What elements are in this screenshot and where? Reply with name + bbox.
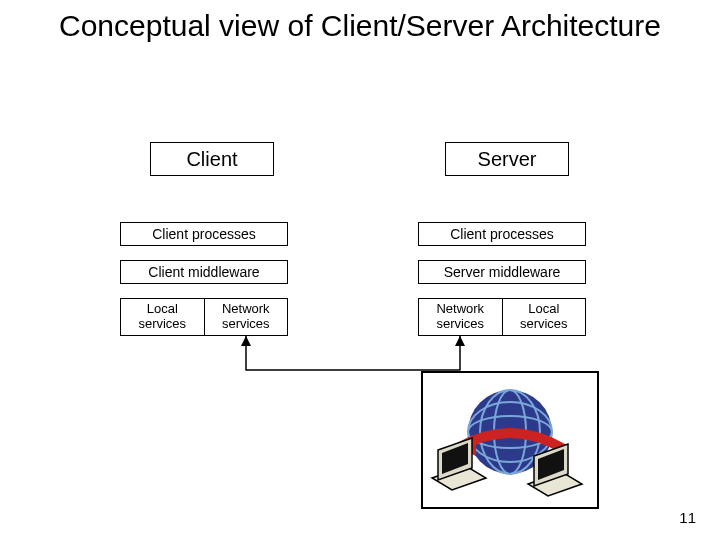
server-processes-box: Client processes bbox=[418, 222, 586, 246]
client-network-services: Network services bbox=[205, 299, 288, 335]
server-middleware-box: Server middleware bbox=[418, 260, 586, 284]
page-number: 11 bbox=[679, 509, 696, 526]
client-services-box: Local services Network services bbox=[120, 298, 288, 336]
server-services-box: Network services Local services bbox=[418, 298, 586, 336]
server-network-services: Network services bbox=[419, 299, 503, 335]
server-processes-label: Client processes bbox=[450, 226, 554, 242]
slide: Conceptual view of Client/Server Archite… bbox=[0, 0, 720, 540]
server-header-box: Server bbox=[445, 142, 569, 176]
client-processes-label: Client processes bbox=[152, 226, 256, 242]
client-header-label: Client bbox=[186, 148, 237, 171]
svg-marker-0 bbox=[241, 336, 251, 346]
client-middleware-box: Client middleware bbox=[120, 260, 288, 284]
client-middleware-label: Client middleware bbox=[148, 264, 259, 280]
network-clipart-icon bbox=[420, 370, 600, 510]
network-connector bbox=[0, 0, 720, 540]
client-header-box: Client bbox=[150, 142, 274, 176]
server-header-label: Server bbox=[478, 148, 537, 171]
slide-title: Conceptual view of Client/Server Archite… bbox=[30, 8, 690, 44]
client-local-services: Local services bbox=[121, 299, 205, 335]
server-middleware-label: Server middleware bbox=[444, 264, 561, 280]
server-local-services: Local services bbox=[503, 299, 586, 335]
svg-marker-1 bbox=[455, 336, 465, 346]
client-processes-box: Client processes bbox=[120, 222, 288, 246]
